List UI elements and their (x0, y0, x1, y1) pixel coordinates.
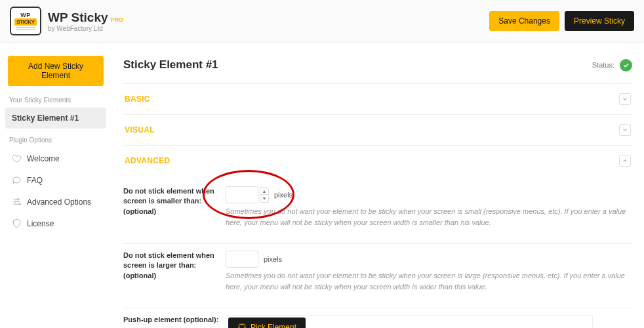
sidebar-item-welcome[interactable]: Welcome (5, 148, 106, 169)
add-sticky-element-button[interactable]: Add New Sticky Element (8, 56, 104, 86)
status-label: Status: (592, 61, 614, 69)
check-icon (622, 62, 630, 69)
spinner-up-icon[interactable]: ▲ (260, 188, 268, 195)
sidebar-item-advanced-options[interactable]: Advanced Options (5, 191, 106, 213)
app-title: WP Sticky (48, 10, 108, 25)
sidebar: Add New Sticky Element Your Sticky Eleme… (0, 43, 111, 328)
sidebar-item-faq[interactable]: FAQ (5, 169, 106, 191)
spinner-down-icon[interactable]: ▼ (260, 195, 268, 202)
field-help: Sometimes you do not want your element t… (226, 206, 632, 228)
section-title: ADVANCED (125, 156, 171, 165)
chevron-down-icon (619, 124, 631, 136)
unit-label: pixels (264, 255, 282, 263)
target-icon (237, 323, 247, 328)
number-spinner[interactable]: ▲ ▼ (260, 187, 269, 203)
sidebar-item-label: Advanced Options (27, 197, 91, 207)
sidebar-item-label: FAQ (27, 176, 43, 185)
chevron-down-icon (619, 93, 631, 105)
field-label-smaller-than: Do not stick element when screen is smal… (123, 186, 226, 216)
status-badge[interactable] (620, 59, 632, 72)
section-visual: VISUAL (123, 114, 632, 145)
smaller-than-input[interactable] (226, 186, 258, 203)
logo-wp-text: WP (20, 12, 31, 18)
sliders-icon (12, 197, 22, 207)
pick-element-button[interactable]: Pick Element (228, 318, 306, 328)
larger-than-input[interactable] (226, 251, 258, 268)
sidebar-item-label: Welcome (27, 154, 60, 163)
field-label-pushup: Push-up element (optional): (123, 315, 226, 325)
sidebar-item-label: Sticky Element #1 (12, 113, 79, 123)
section-title: VISUAL (125, 125, 155, 134)
section-head-basic[interactable]: BASIC (123, 84, 632, 114)
heart-icon (12, 154, 22, 163)
section-title: BASIC (125, 94, 150, 104)
pro-badge: PRO (111, 16, 124, 23)
svg-point-2 (19, 203, 21, 205)
section-advanced: ADVANCED Do not stick element when scree… (123, 145, 632, 328)
save-button[interactable]: Save Changes (489, 11, 559, 31)
app-header: WP STICKY WP Sticky PRO by WebFactory Lt… (0, 0, 644, 43)
section-basic: BASIC (123, 83, 632, 114)
pick-element-label: Pick Element (251, 323, 296, 328)
logo-sticky-text: STICKY (14, 18, 37, 26)
preview-button[interactable]: Preview Sticky (565, 11, 634, 31)
sidebar-options-heading: Plugin Options (5, 134, 106, 148)
status-block: Status: (592, 59, 632, 72)
sidebar-item-license[interactable]: License (5, 213, 106, 234)
app-logo: WP STICKY (10, 7, 41, 35)
app-subtitle: by WebFactory Ltd (48, 25, 123, 32)
logo-lines (16, 27, 35, 31)
section-head-advanced[interactable]: ADVANCED (123, 146, 632, 176)
section-head-visual[interactable]: VISUAL (123, 115, 632, 145)
page-title: Sticky Element #1 (123, 58, 218, 72)
svg-point-1 (14, 201, 16, 203)
sidebar-item-sticky-element-1[interactable]: Sticky Element #1 (5, 108, 106, 129)
main-content: Sticky Element #1 Status: BASIC VISUAL (111, 43, 644, 328)
shield-icon (12, 218, 22, 228)
unit-label: pixels (274, 191, 292, 199)
sidebar-elements-heading: Your Sticky Elements (5, 94, 106, 108)
svg-point-0 (17, 199, 19, 201)
field-label-larger-than: Do not stick element when screen is larg… (123, 251, 226, 281)
title-block: WP Sticky PRO by WebFactory Ltd (48, 10, 123, 32)
field-help: Sometimes you do not want your element t… (226, 270, 632, 292)
chevron-up-icon (619, 155, 631, 167)
chat-icon (12, 175, 22, 185)
sidebar-item-label: License (27, 219, 54, 228)
